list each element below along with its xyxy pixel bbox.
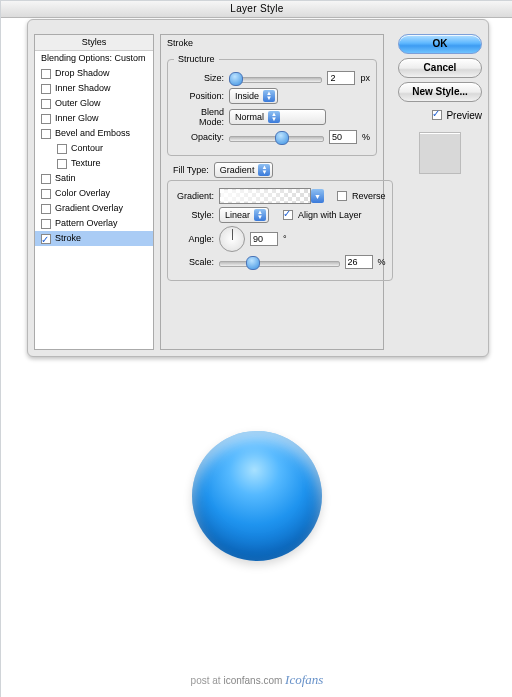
sidebar-item-bevel-and-emboss[interactable]: Bevel and Emboss — [35, 126, 153, 141]
gradient-picker[interactable]: ▼ — [219, 188, 311, 204]
structure-group: Structure Size: 2 px Position: Inside▲▼ … — [167, 54, 377, 156]
preview-checkbox[interactable] — [432, 110, 442, 120]
updown-icon: ▲▼ — [258, 164, 270, 176]
sidebar-item-satin[interactable]: Satin — [35, 171, 153, 186]
cancel-button[interactable]: Cancel — [398, 58, 482, 78]
blend-mode-label: Blend Mode: — [174, 107, 224, 127]
footer-brand: Icofans — [285, 672, 323, 687]
sidebar-item-outer-glow[interactable]: Outer Glow — [35, 96, 153, 111]
scale-label: Scale: — [174, 257, 214, 267]
structure-legend: Structure — [174, 54, 219, 64]
fill-type-popup[interactable]: Gradient▲▼ — [214, 162, 274, 178]
opacity-input[interactable]: 50 — [329, 130, 357, 144]
sidebar-item-label: Drop Shadow — [55, 66, 110, 81]
gradient-label: Gradient: — [174, 191, 214, 201]
sidebar-item-stroke[interactable]: Stroke — [35, 231, 153, 246]
sidebar-item-label: Stroke — [55, 231, 81, 246]
sidebar-item-pattern-overlay[interactable]: Pattern Overlay — [35, 216, 153, 231]
sidebar-item-label: Inner Glow — [55, 111, 99, 126]
updown-icon: ▲▼ — [268, 111, 280, 123]
preview-label: Preview — [446, 110, 482, 121]
checkbox-icon[interactable] — [41, 114, 51, 124]
opacity-unit: % — [362, 132, 370, 142]
sidebar-item-gradient-overlay[interactable]: Gradient Overlay — [35, 201, 153, 216]
align-label: Align with Layer — [298, 210, 362, 220]
scale-slider[interactable] — [219, 256, 340, 268]
result-orb — [192, 431, 322, 561]
checkbox-icon[interactable] — [57, 144, 67, 154]
fill-type-label: Fill Type: — [173, 165, 209, 175]
opacity-label: Opacity: — [174, 132, 224, 142]
stroke-panel: Stroke Structure Size: 2 px Position: In… — [160, 34, 384, 350]
scale-input[interactable]: 26 — [345, 255, 373, 269]
new-style-button[interactable]: New Style... — [398, 82, 482, 102]
checkbox-icon[interactable] — [41, 84, 51, 94]
angle-unit: ° — [283, 234, 287, 244]
checkbox-icon[interactable] — [41, 204, 51, 214]
sidebar-item-color-overlay[interactable]: Color Overlay — [35, 186, 153, 201]
sidebar-item-label: Inner Shadow — [55, 81, 111, 96]
checkbox-icon[interactable] — [41, 69, 51, 79]
angle-dial[interactable] — [219, 226, 245, 252]
ok-button[interactable]: OK — [398, 34, 482, 54]
footer-prefix: post at — [191, 675, 221, 686]
footer-domain: iconfans.com — [223, 675, 282, 686]
sidebar-item-label: Gradient Overlay — [55, 201, 123, 216]
sidebar-item-label: Outer Glow — [55, 96, 101, 111]
angle-input[interactable]: 90 — [250, 232, 278, 246]
styles-sidebar: Styles Blending Options: Custom Drop Sha… — [34, 34, 154, 350]
align-checkbox[interactable] — [283, 210, 293, 220]
size-slider[interactable] — [229, 72, 322, 84]
checkbox-icon[interactable] — [41, 189, 51, 199]
position-label: Position: — [174, 91, 224, 101]
dropdown-icon[interactable]: ▼ — [311, 189, 324, 203]
sidebar-item-label: Color Overlay — [55, 186, 110, 201]
window-title: Layer Style — [1, 1, 512, 18]
panel-title: Stroke — [161, 35, 383, 48]
sidebar-item-label: Contour — [71, 141, 103, 156]
sidebar-item-drop-shadow[interactable]: Drop Shadow — [35, 66, 153, 81]
sidebar-item-label: Pattern Overlay — [55, 216, 118, 231]
footer: post at iconfans.com Icofans — [1, 672, 512, 688]
sidebar-item-label: Satin — [55, 171, 76, 186]
sidebar-header[interactable]: Styles — [35, 35, 153, 51]
updown-icon: ▲▼ — [263, 90, 275, 102]
fill-group: Gradient: ▼ Reverse Style: Linear▲▼ Alig… — [167, 180, 393, 281]
sidebar-item-inner-glow[interactable]: Inner Glow — [35, 111, 153, 126]
checkbox-icon[interactable] — [41, 99, 51, 109]
checkbox-icon[interactable] — [41, 219, 51, 229]
sidebar-item-label: Bevel and Emboss — [55, 126, 130, 141]
angle-label: Angle: — [174, 234, 214, 244]
style-label: Style: — [174, 210, 214, 220]
sidebar-item-label: Texture — [71, 156, 101, 171]
reverse-label: Reverse — [352, 191, 386, 201]
sidebar-item-contour[interactable]: Contour — [35, 141, 153, 156]
checkbox-icon[interactable] — [57, 159, 67, 169]
size-label: Size: — [174, 73, 224, 83]
dialog-buttons: OK Cancel New Style... Preview — [398, 34, 482, 174]
style-popup[interactable]: Linear▲▼ — [219, 207, 269, 223]
size-unit: px — [360, 73, 370, 83]
app-frame: Layer Style Styles Blending Options: Cus… — [0, 0, 512, 697]
sidebar-item-texture[interactable]: Texture — [35, 156, 153, 171]
checkbox-icon[interactable] — [41, 234, 51, 244]
checkbox-icon[interactable] — [41, 129, 51, 139]
sidebar-item-blending-options[interactable]: Blending Options: Custom — [35, 51, 153, 66]
position-popup[interactable]: Inside▲▼ — [229, 88, 278, 104]
checkbox-icon[interactable] — [41, 174, 51, 184]
preview-swatch — [419, 132, 461, 174]
scale-unit: % — [378, 257, 386, 267]
updown-icon: ▲▼ — [254, 209, 266, 221]
blend-mode-popup[interactable]: Normal▲▼ — [229, 109, 326, 125]
opacity-slider[interactable] — [229, 131, 324, 143]
sidebar-item-inner-shadow[interactable]: Inner Shadow — [35, 81, 153, 96]
layer-style-dialog: Styles Blending Options: Custom Drop Sha… — [27, 19, 489, 357]
reverse-checkbox[interactable] — [337, 191, 347, 201]
size-input[interactable]: 2 — [327, 71, 355, 85]
